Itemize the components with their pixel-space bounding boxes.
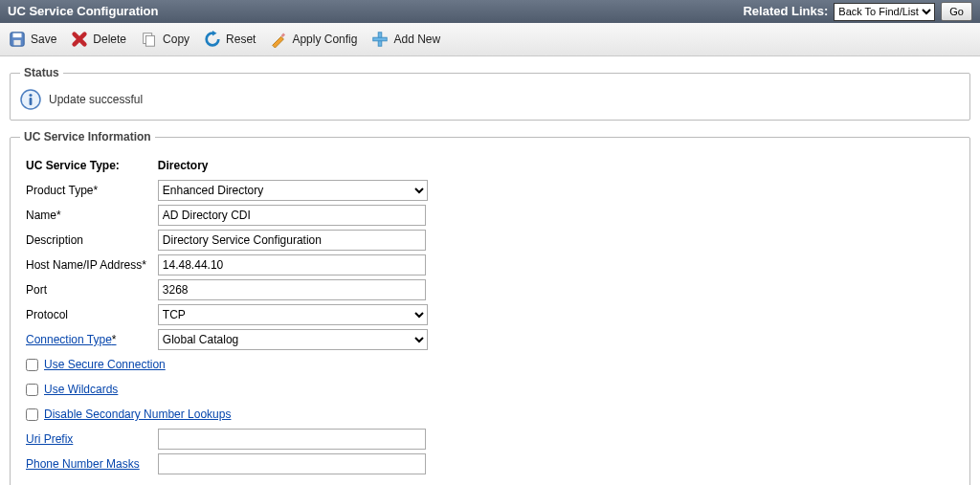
connection-type-select[interactable]: Global Catalog bbox=[158, 329, 428, 350]
reset-icon bbox=[203, 30, 222, 49]
svg-rect-4 bbox=[145, 35, 154, 46]
info-fieldset: UC Service Information UC Service Type: … bbox=[10, 130, 970, 485]
add-new-button[interactable]: Add New bbox=[370, 30, 440, 49]
toolbar: Save Delete Copy Reset Apply Config Add … bbox=[0, 23, 980, 56]
info-icon bbox=[20, 89, 41, 110]
connection-type-label[interactable]: Connection Type bbox=[26, 333, 117, 346]
use-secure-checkbox[interactable] bbox=[26, 359, 38, 371]
product-type-select[interactable]: Enhanced Directory bbox=[158, 180, 428, 201]
host-input[interactable] bbox=[158, 254, 426, 276]
save-button[interactable]: Save bbox=[8, 30, 56, 49]
product-type-label: Product Type bbox=[26, 184, 98, 197]
go-button[interactable]: Go bbox=[941, 2, 972, 21]
page-title: UC Service Configuration bbox=[8, 0, 158, 23]
apply-config-label: Apply Config bbox=[292, 33, 357, 46]
use-wildcards-label[interactable]: Use Wildcards bbox=[44, 383, 118, 396]
description-label: Description bbox=[26, 233, 83, 247]
info-legend: UC Service Information bbox=[20, 130, 155, 143]
description-input[interactable] bbox=[158, 230, 426, 251]
save-icon bbox=[8, 30, 27, 49]
related-links-label: Related Links: bbox=[743, 0, 828, 23]
disable-secondary-label[interactable]: Disable Secondary Number Lookups bbox=[44, 408, 231, 421]
delete-label: Delete bbox=[93, 33, 126, 46]
uc-service-type-label: UC Service Type: bbox=[26, 159, 120, 172]
uri-prefix-input[interactable] bbox=[158, 429, 426, 450]
uri-prefix-label[interactable]: Uri Prefix bbox=[26, 432, 73, 446]
protocol-label: Protocol bbox=[26, 308, 68, 321]
copy-icon bbox=[140, 30, 159, 49]
phone-masks-label[interactable]: Phone Number Masks bbox=[26, 457, 140, 471]
use-secure-label[interactable]: Use Secure Connection bbox=[44, 358, 166, 371]
uc-service-type-value: Directory bbox=[158, 159, 209, 172]
protocol-select[interactable]: TCP bbox=[158, 304, 428, 325]
delete-button[interactable]: Delete bbox=[70, 30, 126, 49]
copy-label: Copy bbox=[163, 33, 189, 46]
svg-rect-2 bbox=[13, 40, 20, 45]
name-input[interactable] bbox=[158, 205, 426, 226]
reset-label: Reset bbox=[226, 33, 256, 46]
form-table: UC Service Type: Directory Product Type … bbox=[20, 153, 434, 476]
reset-button[interactable]: Reset bbox=[203, 30, 256, 49]
title-bar: UC Service Configuration Related Links: … bbox=[0, 0, 980, 23]
add-new-label: Add New bbox=[393, 33, 440, 46]
svg-rect-10 bbox=[30, 98, 33, 105]
apply-config-icon bbox=[269, 30, 288, 49]
related-links-select[interactable]: Back To Find/List bbox=[834, 3, 935, 21]
use-wildcards-checkbox[interactable] bbox=[26, 384, 38, 396]
name-label: Name bbox=[26, 209, 61, 222]
status-message: Update successful bbox=[49, 93, 143, 106]
svg-point-9 bbox=[29, 94, 32, 97]
status-fieldset: Status Update successful bbox=[10, 66, 970, 121]
port-input[interactable] bbox=[158, 279, 426, 300]
delete-icon bbox=[70, 30, 89, 49]
port-label: Port bbox=[26, 283, 47, 297]
phone-masks-input[interactable] bbox=[158, 453, 426, 474]
apply-config-button[interactable]: Apply Config bbox=[269, 30, 357, 49]
add-new-icon bbox=[370, 30, 390, 49]
save-label: Save bbox=[31, 33, 56, 46]
status-legend: Status bbox=[20, 66, 63, 79]
disable-secondary-checkbox[interactable] bbox=[26, 408, 38, 421]
svg-rect-7 bbox=[373, 37, 387, 41]
host-label: Host Name/IP Address bbox=[26, 258, 146, 272]
copy-button[interactable]: Copy bbox=[140, 30, 189, 49]
svg-rect-1 bbox=[13, 33, 22, 38]
